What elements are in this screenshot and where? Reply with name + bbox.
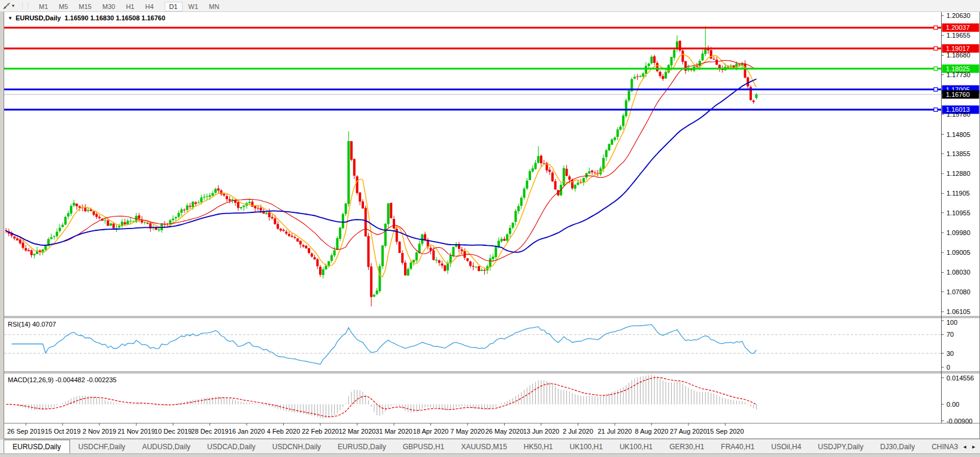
price-axis-tick: 1.11905 xyxy=(946,190,970,197)
date-axis-label: 10 Dec 2019 xyxy=(154,428,192,435)
chart-tab-china300-h1[interactable]: CHINA300,H1 xyxy=(923,440,958,453)
date-axis-label: 16 Jan 2020 xyxy=(229,428,265,435)
timeframe-button-m30[interactable]: M30 xyxy=(98,2,120,11)
chart-tab-xauusd-m15[interactable]: XAUUSD,M15 xyxy=(453,440,515,453)
chart-tab-ger30-h1[interactable]: GER30,H1 xyxy=(661,440,712,453)
timeframe-buttons: M1M5M15M30H1H4D1W1MN xyxy=(34,1,229,11)
price-axis-tick: 1.09005 xyxy=(946,249,970,256)
timeframe-button-m5[interactable]: M5 xyxy=(54,2,72,11)
date-axis-label: 26 May 2020 xyxy=(486,428,524,435)
crosshair-tool-icon[interactable] xyxy=(1,1,12,11)
chart-tab-bar: EURUSD,DailyUSDCHF,DailyAUDUSD,DailyUSDC… xyxy=(0,440,980,454)
toolbar-grip-handle[interactable]: ⋮⋮ xyxy=(19,2,30,10)
macd-axis-tick: -0.00900 xyxy=(946,418,972,425)
chart-tab-eurusd-daily[interactable]: EURUSD,Daily xyxy=(329,440,395,453)
chart-tab-fra40-h1[interactable]: FRA40,H1 xyxy=(712,440,763,453)
current-price-label: 1.16760 xyxy=(946,91,970,98)
chart-tab-gbpusd-h1[interactable]: GBPUSD,H1 xyxy=(395,440,453,453)
date-axis-label: 2 Nov 2019 xyxy=(83,428,116,435)
chart-tab-usdcad-daily[interactable]: USDCAD,Daily xyxy=(199,440,264,453)
chart-tab-hk50-h1[interactable]: HK50,H1 xyxy=(515,440,562,453)
price-axis-tick: 1.06105 xyxy=(946,308,970,315)
chart-tab-usdcnh-daily[interactable]: USDCNH,Daily xyxy=(264,440,329,453)
date-axis-label: 13 Jun 2020 xyxy=(523,428,560,435)
timeframe-button-w1[interactable]: W1 xyxy=(184,2,204,11)
macd-axis-tick: 0.014556 xyxy=(946,374,974,382)
tool-dropdown-icon[interactable]: ▾ xyxy=(12,3,17,8)
chart-tab-uk100-h1[interactable]: UK100,H1 xyxy=(611,440,661,453)
date-axis-label: 28 Dec 2019 xyxy=(191,428,228,435)
price-axis-tick: 1.15780 xyxy=(946,111,970,118)
price-axis-tick: 1.20630 xyxy=(946,12,970,19)
chart-tab-usdchf-daily[interactable]: USDCHF,Daily xyxy=(70,440,134,453)
chart-tab-dj30-daily[interactable]: DJ30,Daily xyxy=(872,440,923,453)
timeframe-button-d1[interactable]: D1 xyxy=(165,2,183,11)
rsi-axis-tick: 70 xyxy=(946,331,954,338)
price-axis-tick: 1.13855 xyxy=(946,150,970,157)
price-axis-tick: 1.12880 xyxy=(946,170,970,177)
date-axis-label: 26 Sep 2019 xyxy=(7,428,44,435)
date-axis-label: 18 Apr 2020 xyxy=(413,428,448,435)
timeframe-button-h1[interactable]: H1 xyxy=(121,2,139,11)
timeframe-button-h4[interactable]: H4 xyxy=(140,2,158,11)
collapse-icon[interactable]: ▼ xyxy=(8,16,13,21)
chart-tab-usdjpy-daily[interactable]: USDJPY,Daily xyxy=(809,440,872,453)
price-axis-tick: 1.17730 xyxy=(946,71,970,78)
date-axis-label: 21 Nov 2019 xyxy=(117,428,154,435)
rsi-axis-tick: 30 xyxy=(946,350,954,357)
date-axis-label: 22 Feb 2020 xyxy=(302,428,339,435)
rsi-axis-tick: 0 xyxy=(946,364,950,371)
chart-ohlc-values: 1.16590 1.16830 1.16508 1.16760 xyxy=(65,14,165,22)
rsi-indicator-label: RSI(14) 40.0707 xyxy=(8,321,56,328)
tabs-scroll-left-icon[interactable]: ◂ xyxy=(963,443,966,450)
hline-price-label: 1.19017 xyxy=(946,45,970,52)
date-axis-label: 31 Mar 2020 xyxy=(375,428,412,435)
chart-symbol-label: EURUSD,Daily xyxy=(16,14,61,22)
timeframe-button-m15[interactable]: M15 xyxy=(74,2,96,11)
macd-indicator-label: MACD(12,26,9) -0.004482 -0.002235 xyxy=(8,376,117,383)
tab-scroll-arrows: ◂ ▸ xyxy=(958,440,980,453)
macd-axis-tick: 0.00 xyxy=(946,401,959,408)
date-axis-label: 2 Jul 2020 xyxy=(563,428,593,435)
hline-price-label: 1.20037 xyxy=(946,24,970,31)
price-axis-tick: 1.14805 xyxy=(946,131,970,138)
price-axis-tick: 1.10955 xyxy=(946,209,970,217)
tabs-scroll-right-icon[interactable]: ▸ xyxy=(972,443,975,450)
rsi-axis-tick: 100 xyxy=(946,319,957,326)
date-axis-label: 15 Oct 2019 xyxy=(45,428,81,435)
date-axis-label: 27 Aug 2020 xyxy=(670,428,707,435)
price-axis-tick: 1.19655 xyxy=(946,32,970,39)
timeframe-button-m1[interactable]: M1 xyxy=(34,2,53,11)
date-axis-label: 7 May 2020 xyxy=(450,428,484,435)
chart-tab-uk100-h1[interactable]: UK100,H1 xyxy=(562,440,611,453)
date-axis-label: 4 Feb 2020 xyxy=(267,428,301,435)
chart-tab-eurusd-daily[interactable]: EURUSD,Daily xyxy=(4,440,70,453)
chart-tab-audusd-daily[interactable]: AUDUSD,Daily xyxy=(134,440,199,453)
price-axis-tick: 1.07080 xyxy=(946,288,970,295)
date-axis-label: 12 Mar 2020 xyxy=(339,428,376,435)
price-axis-tick: 1.09980 xyxy=(946,229,970,236)
toolbar: ▾ ⋮⋮ M1M5M15M30H1H4D1W1MN xyxy=(0,0,980,12)
chart-title: ▼EURUSD,Daily 1.16590 1.16830 1.16508 1.… xyxy=(8,14,165,22)
date-axis-label: 15 Sep 2020 xyxy=(706,428,744,435)
chart-tab-usoil-h4[interactable]: USOil,H4 xyxy=(763,440,809,453)
timeframe-button-mn[interactable]: MN xyxy=(204,2,224,11)
chart-tabs: EURUSD,DailyUSDCHF,DailyAUDUSD,DailyUSDC… xyxy=(0,440,958,453)
date-axis-label: 8 Aug 2020 xyxy=(635,428,669,435)
price-axis-tick: 1.18680 xyxy=(946,51,970,59)
date-axis-label: 21 Jul 2020 xyxy=(598,428,632,435)
price-chart-canvas[interactable]: 1.200371.190171.180251.170051.160131.206… xyxy=(0,0,980,440)
price-axis-tick: 1.08030 xyxy=(946,269,970,276)
